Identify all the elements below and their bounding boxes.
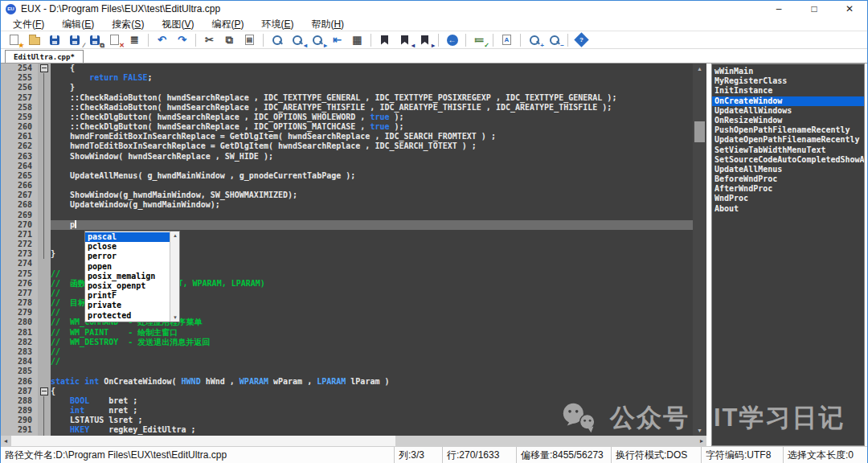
function-list-item[interactable]: UpdateOpenPathFilenameRecently xyxy=(712,135,864,145)
scroll-up-icon[interactable]: ▲ xyxy=(693,66,706,72)
zoom-out-button[interactable]: − xyxy=(544,32,564,48)
code-line: 285 xyxy=(1,367,693,376)
function-list-item[interactable]: BeforeWndProc xyxy=(712,174,864,184)
line-number: 269 xyxy=(1,211,38,220)
find-next-button[interactable]: ▸ xyxy=(307,32,327,48)
editor-vertical-scrollbar[interactable]: ▲ ▼ xyxy=(693,64,706,436)
new-file-icon xyxy=(10,35,18,45)
line-number: 279 xyxy=(1,308,38,318)
function-list-item[interactable]: About xyxy=(712,204,864,214)
redo-button[interactable]: ↷ xyxy=(172,32,192,48)
close-button[interactable]: ✕ xyxy=(832,3,867,14)
find-button[interactable] xyxy=(267,32,287,48)
menu-item[interactable]: 帮助(H) xyxy=(302,17,353,31)
line-number: 290 xyxy=(1,416,38,425)
fold-column xyxy=(38,240,51,249)
function-list-item[interactable]: MyRegisterClass xyxy=(712,76,864,86)
popup-scroll-up-icon[interactable]: ▲ xyxy=(170,233,180,238)
editor-horizontal-scrollbar[interactable]: ◂ ▸ xyxy=(1,436,706,446)
function-list-item[interactable]: SetSourceCodeAutoCompletedShowAt xyxy=(712,155,864,165)
open-file-button[interactable] xyxy=(24,32,44,48)
cut-button[interactable]: ✂ xyxy=(199,32,219,48)
autocomplete-item[interactable]: private xyxy=(85,301,170,310)
code-text: ::CheckDlgButton( hwndSearchReplace , ID… xyxy=(51,113,693,122)
autocomplete-item[interactable]: printF xyxy=(85,291,170,301)
code-text: hwndFromEditBoxInSearchReplace = GetDlgI… xyxy=(51,132,693,141)
function-list-item[interactable]: OnCreateWindow xyxy=(712,96,864,106)
syntax-color-button[interactable]: A xyxy=(497,32,517,48)
undo-button[interactable]: ↶ xyxy=(152,32,172,48)
fold-marker[interactable] xyxy=(38,64,51,73)
menu-item[interactable]: 搜索(S) xyxy=(103,17,153,31)
collapse-icon[interactable] xyxy=(40,387,48,395)
bookmark-button[interactable] xyxy=(375,32,395,48)
find-previous-button[interactable]: ◂ xyxy=(287,32,307,48)
autocomplete-item[interactable]: pascal xyxy=(85,232,170,242)
fold-column xyxy=(38,357,51,367)
line-number: 286 xyxy=(1,377,38,387)
back-button[interactable]: ← xyxy=(442,32,462,48)
menu-item[interactable]: 视图(V) xyxy=(153,17,203,31)
previous-bookmark-button[interactable]: ◂ xyxy=(395,32,415,48)
popup-scroll-down-icon[interactable]: ▼ xyxy=(170,315,180,320)
zoom-in-button[interactable]: + xyxy=(524,32,544,48)
autocomplete-item[interactable]: posix_openpt xyxy=(85,281,170,291)
goto-line-button[interactable]: ⇤ xyxy=(327,32,347,48)
about-button[interactable]: ? xyxy=(571,32,592,48)
code-editor[interactable]: 254 {255 return FALSE;256 }257 ::CheckRa… xyxy=(1,64,693,436)
code-text: int nret ; xyxy=(51,406,693,416)
function-list-item[interactable]: SetViewTabWidthMenuText xyxy=(712,145,864,155)
function-list-item[interactable]: WndProc xyxy=(712,194,864,203)
autocomplete-item[interactable]: perror xyxy=(85,252,170,261)
function-list-item[interactable]: UpdateAllWindows xyxy=(712,106,864,116)
copy-icon: ⧉ xyxy=(226,35,233,45)
maximize-button[interactable]: □ xyxy=(796,3,832,14)
function-list-item[interactable]: UpdateAllMenus xyxy=(712,165,864,174)
function-list-item[interactable]: OnResizeWindow xyxy=(712,116,864,125)
autocomplete-item[interactable]: pclose xyxy=(85,242,170,252)
code-text: ::CheckRadioButton( hwndSearchReplace , … xyxy=(51,93,693,103)
autocomplete-item[interactable]: posix_memalign xyxy=(85,272,170,281)
save-as-button[interactable]: ∕ xyxy=(64,32,84,48)
close-file-button[interactable]: ✕ xyxy=(104,32,125,48)
function-list-item[interactable]: InitInstance xyxy=(712,86,864,96)
toolbar-separator xyxy=(493,34,493,47)
fold-marker[interactable] xyxy=(38,387,51,396)
save-all-button[interactable]: ⧉ xyxy=(84,32,104,48)
function-list-item[interactable]: PushOpenPathFilenameRecently xyxy=(712,125,864,135)
save-button[interactable] xyxy=(44,32,64,48)
fold-column xyxy=(38,162,51,171)
replace-button[interactable]: ▦ xyxy=(347,32,367,48)
copy-button[interactable]: ⧉ xyxy=(219,32,240,48)
save-as-icon xyxy=(70,35,80,45)
code-line: 290 LSTATUS lsret ; xyxy=(1,416,693,425)
tab-editultra-cpp[interactable]: EditUltra.cpp* xyxy=(5,50,84,63)
open-folder-icon xyxy=(29,37,40,45)
scroll-right-icon[interactable]: ▸ xyxy=(697,436,706,446)
scroll-down-icon[interactable]: ▼ xyxy=(693,428,706,433)
scroll-left-icon[interactable]: ◂ xyxy=(1,436,10,446)
menu-item[interactable]: 编辑(E) xyxy=(53,17,103,31)
menu-item[interactable]: 环境(E) xyxy=(252,17,302,31)
autocomplete-item[interactable]: popen xyxy=(85,262,170,272)
document-list-button[interactable]: ≣ xyxy=(125,32,145,48)
horizontal-scroll-thumb[interactable] xyxy=(11,436,395,446)
code-text: static int OnCreateWindow( HWND hWnd , W… xyxy=(51,377,693,387)
new-file-button[interactable]: ★ xyxy=(4,32,24,48)
minimize-button[interactable]: – xyxy=(761,3,796,14)
vertical-scroll-thumb[interactable] xyxy=(694,121,705,142)
menu-item[interactable]: 编程(P) xyxy=(203,17,252,31)
autocomplete-item[interactable]: protected xyxy=(85,311,170,321)
function-list-item[interactable]: AfterWndProc xyxy=(712,184,864,194)
goto-line-icon: ⇤ xyxy=(333,35,342,45)
paste-button[interactable]: ▤ xyxy=(240,32,260,48)
line-number: 256 xyxy=(1,83,38,92)
fold-column xyxy=(38,259,51,268)
window-title: EUX - D:\Program Files\EUX\test\EditUltr… xyxy=(21,3,761,14)
menu-item[interactable]: 文件(F) xyxy=(4,17,53,31)
popup-scrollbar[interactable]: ▲ ▼ xyxy=(170,232,179,322)
collapse-icon[interactable] xyxy=(40,64,48,72)
next-bookmark-button[interactable]: ▸ xyxy=(415,32,435,48)
line-endings-button[interactable]: ≔✓ xyxy=(469,32,489,48)
function-list-item[interactable]: wWinMain xyxy=(712,67,864,76)
